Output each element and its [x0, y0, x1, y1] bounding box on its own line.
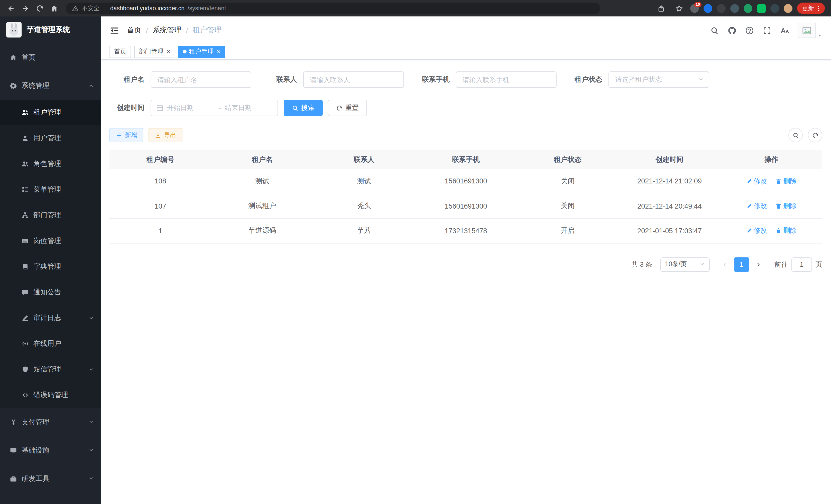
sidebar-item-menu[interactable]: 菜单管理 [0, 177, 101, 202]
chrome-right-cluster: 10 更新 [654, 2, 827, 15]
sidebar-item-tenant[interactable]: 租户管理 [0, 100, 101, 125]
delete-link[interactable]: 删除 [776, 226, 797, 235]
breadcrumb-item[interactable]: 首页 [127, 26, 141, 35]
browser-back-button[interactable] [4, 2, 18, 15]
font-size-icon[interactable] [780, 26, 789, 35]
shield-icon [22, 366, 29, 373]
home-icon [50, 4, 58, 12]
cell-tenant-id: 1 [110, 218, 211, 243]
breadcrumb-item[interactable]: 系统管理 [153, 26, 181, 35]
sidebar-item-home[interactable]: 首页 [0, 43, 101, 71]
sidebar-item-dict[interactable]: 字典管理 [0, 254, 101, 279]
sidebar-item-sms[interactable]: 短信管理 [0, 357, 101, 382]
refresh-table-button[interactable] [808, 128, 822, 142]
delete-link[interactable]: 删除 [776, 177, 797, 186]
chevron-down-icon [88, 419, 94, 425]
extension-icon[interactable] [770, 4, 779, 12]
browser-reload-button[interactable] [33, 2, 46, 15]
extension-icon[interactable] [757, 4, 766, 12]
sidebar-item-error-code[interactable]: 错误码管理 [0, 382, 101, 408]
browser-forward-button[interactable] [19, 2, 32, 15]
sidebar-item-online-user[interactable]: 在线用户 [0, 331, 101, 357]
cell-phone: 17321315478 [415, 218, 517, 243]
cell-status: 开启 [517, 218, 619, 243]
extension-icon[interactable] [744, 4, 752, 12]
search-icon [292, 105, 298, 111]
sidebar-item-notice[interactable]: 通知公告 [0, 279, 101, 305]
filter-create-time: 创建时间 开始日期 - 结束日期 [110, 100, 278, 116]
cell-phone: 15601691300 [415, 194, 517, 218]
tab-tenant[interactable]: 租户管理× [178, 46, 225, 58]
goto-page-input[interactable] [792, 257, 812, 271]
date-range-picker[interactable]: 开始日期 - 结束日期 [150, 100, 278, 116]
export-button[interactable]: 导出 [148, 128, 182, 142]
code-icon [22, 391, 29, 399]
current-page[interactable]: 1 [735, 257, 749, 271]
sidebar-item-dev-tool[interactable]: 研发工具 [0, 465, 101, 493]
breadcrumb-separator: / [186, 26, 188, 34]
sidebar-item-system[interactable]: 系统管理 [0, 71, 101, 100]
edit-link[interactable]: 修改 [746, 177, 767, 186]
sidebar-item-pay[interactable]: 支付管理 [0, 408, 101, 436]
next-page-button[interactable] [752, 257, 765, 271]
edit-link[interactable]: 修改 [746, 226, 767, 235]
omnibox-divider [105, 5, 105, 11]
close-icon[interactable]: × [167, 48, 170, 55]
browser-home-button[interactable] [47, 2, 61, 15]
browser-update-button[interactable]: 更新 [797, 3, 825, 14]
help-icon[interactable] [745, 26, 754, 35]
close-icon[interactable]: × [217, 48, 221, 55]
column-header: 租户状态 [517, 150, 619, 169]
share-button[interactable] [654, 2, 667, 15]
extension-icon[interactable] [717, 4, 726, 12]
reset-button[interactable]: 重置 [328, 100, 367, 116]
prev-page-button[interactable] [718, 257, 731, 271]
sidebar-item-infra[interactable]: 基础设施 [0, 436, 101, 465]
chevron-up-icon [88, 83, 94, 88]
address-bar[interactable]: 不安全 dashboard.yudao.iocoder.cn/system/te… [66, 2, 600, 14]
search-button[interactable]: 搜索 [284, 100, 323, 116]
tenant-name-input[interactable] [150, 71, 251, 88]
add-button[interactable]: 新增 [110, 128, 143, 142]
extension-icon[interactable] [704, 4, 712, 12]
delete-link[interactable]: 删除 [776, 201, 797, 211]
sidebar-item-dept[interactable]: 部门管理 [0, 202, 101, 228]
post-icon [22, 237, 29, 244]
bookmark-button[interactable] [672, 2, 686, 15]
filter-row-1: 租户名 联系人 联系手机 租户状态 请选择租户状态 [110, 71, 822, 88]
sidebar-item-post[interactable]: 岗位管理 [0, 228, 101, 254]
tab-home[interactable]: 首页 [110, 46, 131, 58]
breadcrumb: 首页/系统管理/租户管理 [127, 26, 222, 35]
date-start-placeholder: 开始日期 [167, 103, 214, 113]
refresh-icon [336, 105, 343, 111]
tab-dept[interactable]: 部门管理× [134, 46, 175, 58]
status-select[interactable]: 请选择租户状态 [608, 71, 709, 88]
cell-contact: 秃头 [313, 194, 415, 218]
contact-input[interactable] [303, 71, 404, 88]
sidebar-item-role[interactable]: 角色管理 [0, 151, 101, 177]
extension-icon[interactable] [784, 4, 793, 12]
active-tab-dot [183, 50, 186, 53]
url-path: /system/tenant [188, 5, 226, 11]
chevron-down-icon [699, 262, 705, 267]
security-warning-icon [72, 5, 79, 11]
phone-input[interactable] [456, 71, 556, 88]
extension-icon[interactable] [730, 4, 739, 12]
edit-link[interactable]: 修改 [746, 201, 767, 211]
date-separator: - [219, 104, 221, 112]
search-icon[interactable] [710, 26, 719, 35]
app-logo[interactable]: 芋道管理系统 [0, 17, 101, 43]
chevron-down-icon [88, 447, 94, 453]
top-navbar: 首页/系统管理/租户管理 [101, 17, 831, 44]
toggle-search-button[interactable] [789, 128, 803, 142]
github-icon[interactable] [728, 26, 737, 35]
fullscreen-icon[interactable] [763, 26, 771, 35]
yen-icon [10, 418, 17, 426]
sidebar-collapse-icon[interactable] [110, 25, 119, 35]
extension-icon[interactable]: 10 [690, 4, 699, 12]
cell-tenant-name: 测试租户 [211, 194, 313, 218]
user-avatar-menu[interactable] [798, 23, 822, 38]
sidebar-item-user[interactable]: 用户管理 [0, 125, 101, 151]
sidebar-item-audit-log[interactable]: 审计日志 [0, 305, 101, 331]
page-size-select[interactable]: 10条/页 [660, 257, 710, 271]
